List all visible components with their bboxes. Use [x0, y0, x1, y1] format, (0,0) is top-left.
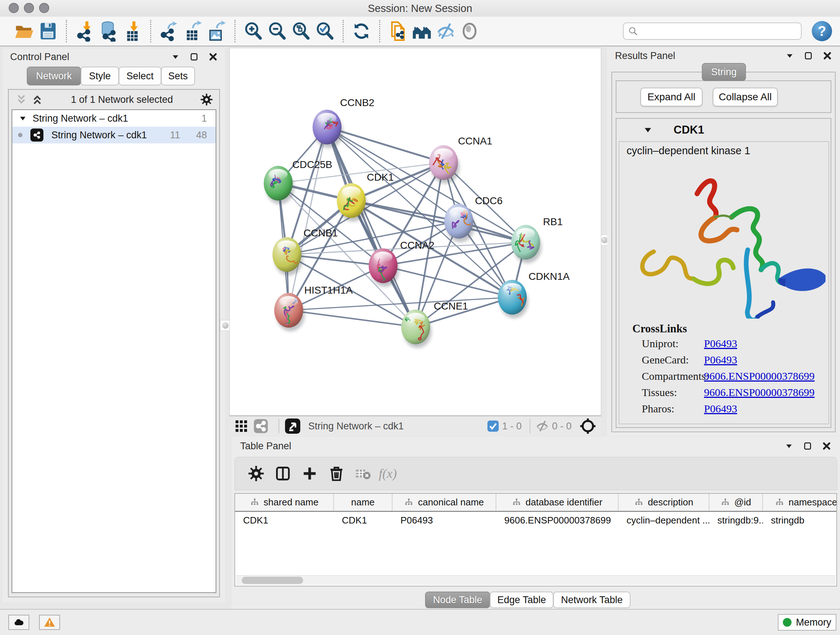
tree-collapse-caret-icon[interactable]: [19, 114, 27, 122]
tab-sets[interactable]: Sets: [161, 67, 195, 86]
network-row-selected[interactable]: String Network – cdk1 11 48: [12, 127, 216, 143]
cell-database-identifier[interactable]: 9606.ENSP00000378699: [496, 515, 619, 526]
cell-description[interactable]: cyclin–dependent ...: [619, 515, 709, 526]
show-all-eye-icon[interactable]: [458, 19, 482, 43]
cell-canonical-name[interactable]: P06493: [393, 515, 496, 526]
hidden-eye-icon[interactable]: [535, 419, 549, 433]
share-view-icon[interactable]: [253, 418, 268, 434]
column-header-database-identifier[interactable]: database identifier: [496, 494, 619, 511]
panel-close-icon[interactable]: [823, 51, 832, 60]
collapse-all-button[interactable]: Collapse All: [713, 88, 778, 106]
cell-shared-name[interactable]: CDK1: [235, 515, 334, 526]
expand-all-button[interactable]: Expand All: [640, 88, 703, 106]
zoom-selected-icon[interactable]: [313, 19, 337, 43]
column-header-shared-name[interactable]: shared name: [235, 494, 334, 511]
tab-string[interactable]: String: [702, 63, 746, 81]
network-node-hist1h1a[interactable]: HIST1H1A: [274, 285, 353, 331]
crosshair-icon[interactable]: [579, 418, 596, 434]
cloud-button[interactable]: [8, 615, 29, 630]
network-node-cdkn1a[interactable]: CDKN1A: [498, 271, 570, 318]
crosslink-link[interactable]: 9606.ENSP00000378699: [704, 370, 815, 382]
scrollbar-thumb[interactable]: [242, 577, 303, 584]
network-node-ccne1[interactable]: CCNE1: [401, 301, 468, 348]
open-in-window-icon[interactable]: [284, 418, 301, 434]
tab-style[interactable]: Style: [81, 67, 119, 86]
panel-menu-caret-icon[interactable]: [784, 441, 794, 451]
network-collection-row[interactable]: String Network – cdk1 1: [12, 110, 216, 127]
cell-name[interactable]: CDK1: [334, 515, 393, 526]
table-settings-gear-icon[interactable]: [243, 463, 270, 484]
import-table-icon[interactable]: [120, 19, 144, 43]
search-box: [623, 22, 802, 40]
panel-close-icon[interactable]: [822, 441, 831, 451]
network-graph[interactable]: CCNB2CCNA1CDC25BCDK1CDC6RB1CCNB1CCNA2CDK…: [230, 48, 601, 415]
horizontal-scrollbar[interactable]: [236, 575, 836, 585]
delete-table-icon[interactable]: [350, 463, 377, 484]
export-image-icon[interactable]: [205, 19, 229, 43]
save-session-icon[interactable]: [36, 19, 60, 43]
control-panel-title: Control Panel: [10, 51, 69, 63]
cell-id[interactable]: stringdb:9...: [709, 515, 763, 526]
network-edge[interactable]: [289, 127, 327, 310]
zoom-fit-icon[interactable]: [289, 19, 313, 43]
delete-column-trash-icon[interactable]: [323, 463, 350, 484]
birdseye-houses-icon[interactable]: [410, 19, 434, 43]
network-edge[interactable]: [289, 310, 416, 327]
network-from-selection-icon[interactable]: [386, 19, 410, 43]
zoom-out-icon[interactable]: [265, 19, 289, 43]
column-header-namespace[interactable]: namespace: [763, 494, 837, 511]
network-node-rb1[interactable]: RB1: [511, 216, 562, 263]
network-edge[interactable]: [327, 127, 444, 163]
crosslink-link[interactable]: P06493: [704, 402, 737, 415]
panel-menu-caret-icon[interactable]: [171, 52, 180, 62]
panel-close-icon[interactable]: [208, 52, 218, 62]
tab-select[interactable]: Select: [118, 67, 161, 86]
crosslink-link[interactable]: 9606.ENSP00000378699: [704, 386, 815, 399]
gene-card-header[interactable]: CDK1: [616, 119, 831, 141]
warnings-button[interactable]: [39, 615, 60, 630]
card-collapse-caret-icon[interactable]: [643, 125, 653, 135]
import-network-database-icon[interactable]: [96, 19, 120, 43]
network-edge[interactable]: [327, 127, 416, 327]
hide-selected-eye-icon[interactable]: [434, 19, 458, 43]
results-panel-header: Results Panel: [607, 48, 840, 64]
panel-float-icon[interactable]: [803, 441, 813, 451]
column-header-name[interactable]: name: [334, 494, 393, 511]
function-builder-icon[interactable]: f(x): [379, 466, 397, 481]
crosslink-row: Compartments:9606.ENSP00000378699: [642, 370, 823, 386]
crosslink-link[interactable]: P06493: [704, 337, 737, 350]
panel-menu-caret-icon[interactable]: [785, 51, 794, 60]
column-header-id[interactable]: @id: [709, 494, 763, 511]
search-input[interactable]: [641, 24, 797, 39]
grid-view-icon[interactable]: [234, 419, 248, 433]
expand-all-chevrons-icon[interactable]: [15, 93, 27, 106]
tab-network-table[interactable]: Network Table: [553, 592, 630, 608]
export-table-icon[interactable]: [181, 19, 205, 43]
network-node-ccnb2[interactable]: CCNB2: [313, 97, 374, 148]
zoom-in-icon[interactable]: [241, 19, 265, 43]
column-header-canonical-name[interactable]: canonical name: [393, 494, 496, 511]
collapse-all-chevrons-icon[interactable]: [31, 93, 43, 106]
show-columns-icon[interactable]: [270, 463, 296, 484]
gear-icon[interactable]: [201, 93, 213, 106]
add-column-icon[interactable]: [296, 463, 323, 484]
crosslink-link[interactable]: P06493: [704, 354, 737, 366]
network-node-ccna1[interactable]: CCNA1: [429, 135, 493, 184]
column-header-description[interactable]: description: [619, 494, 709, 511]
network-canvas[interactable]: CCNB2CCNA1CDC25BCDK1CDC6RB1CCNB1CCNA2CDK…: [229, 48, 601, 416]
table-row[interactable]: CDK1 CDK1 P06493 9606.ENSP00000378699 cy…: [235, 512, 837, 529]
network-node-cdc25b[interactable]: CDC25B: [264, 159, 332, 204]
tab-edge-table[interactable]: Edge Table: [490, 592, 554, 608]
tab-network[interactable]: Network: [27, 67, 81, 86]
help-button[interactable]: ?: [812, 21, 832, 41]
export-network-icon[interactable]: [157, 19, 181, 43]
import-network-file-icon[interactable]: [73, 19, 96, 43]
tab-node-table[interactable]: Node Table: [425, 592, 490, 608]
open-session-icon[interactable]: [12, 19, 36, 43]
cell-namespace[interactable]: stringdb: [763, 515, 837, 526]
panel-float-icon[interactable]: [804, 51, 813, 60]
refresh-layout-icon[interactable]: [349, 19, 373, 43]
selected-checkbox-icon[interactable]: [487, 420, 499, 432]
panel-float-icon[interactable]: [189, 52, 199, 62]
memory-button[interactable]: Memory: [778, 614, 836, 631]
